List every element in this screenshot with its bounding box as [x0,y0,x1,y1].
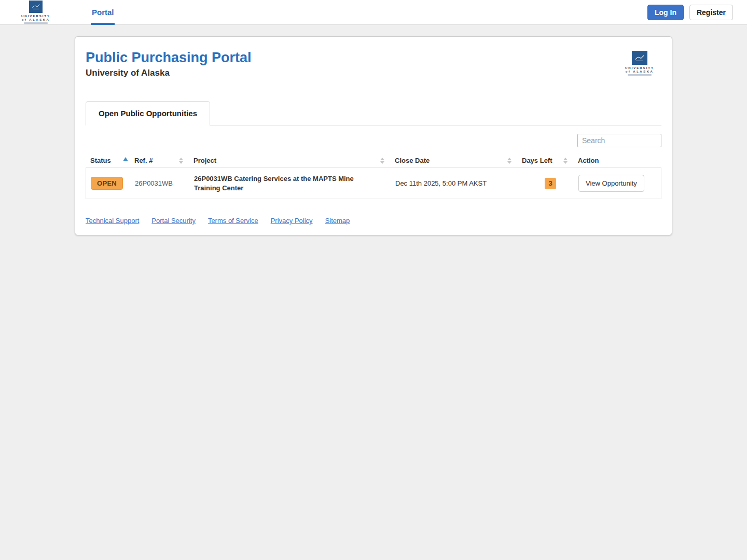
table-row: OPEN 26P0031WB 26P0031WB Catering Servic… [86,167,661,199]
tab-label: Open Public Opportunities [99,109,197,118]
table-header-row: Status Ref. # Project Close Date Days Le… [86,153,661,167]
card-university-logo: UNIVERSITY of ALASKA [625,51,654,76]
logo-text-line1: UNIVERSITY [625,66,654,69]
project-cell: 26P0031WB Catering Services at the MAPTS… [194,174,395,192]
page-title: Public Purchasing Portal [86,50,252,66]
link-technical-support[interactable]: Technical Support [86,217,139,225]
link-privacy-policy[interactable]: Privacy Policy [271,217,313,225]
ref-cell: 26P0031WB [135,179,194,187]
sort-icon [380,158,384,164]
sort-icon [563,158,568,164]
sort-icon [507,158,511,164]
logo-text-line2: of ALASKA [626,70,654,73]
card-header: Public Purchasing Portal University of A… [86,50,661,78]
column-label: Action [578,157,599,164]
footer-links: Technical Support Portal Security Terms … [86,217,661,225]
column-header-action: Action [578,153,661,167]
column-label: Status [90,157,111,164]
view-opportunity-button[interactable]: View Opportunity [578,175,644,192]
nav-item-portal[interactable]: Portal [92,0,114,25]
column-header-project[interactable]: Project [193,153,395,167]
column-label: Close Date [395,157,430,164]
top-navigation-bar: UNIVERSITY of ALASKA Portal Log In Regis… [0,0,747,25]
column-header-close-date[interactable]: Close Date [395,153,522,167]
university-logo-icon [29,1,43,13]
link-portal-security[interactable]: Portal Security [151,217,196,225]
university-logo-icon [632,51,647,65]
link-terms-of-service[interactable]: Terms of Service [208,217,258,225]
register-button[interactable]: Register [689,5,733,20]
close-date-cell: Dec 11th 2025, 5:00 PM AKST [395,179,522,187]
column-header-status[interactable]: Status [86,153,134,167]
link-sitemap[interactable]: Sitemap [325,217,350,225]
column-label: Days Left [522,157,552,164]
logo-swoosh-icon [633,52,646,64]
portal-card: Public Purchasing Portal University of A… [75,36,672,235]
column-header-ref[interactable]: Ref. # [134,153,193,167]
column-label: Ref. # [134,157,153,164]
sort-icon [179,158,183,164]
log-in-button[interactable]: Log In [647,5,684,20]
action-cell: View Opportunity [578,175,661,192]
tab-bar: Open Public Opportunities [86,101,661,125]
days-left-badge: 3 [545,178,556,189]
page-subtitle: University of Alaska [86,68,252,78]
topbar-actions: Log In Register [647,5,733,20]
days-left-cell: 3 [522,178,578,189]
search-input[interactable] [577,134,661,147]
nav-item-portal-label: Portal [92,8,114,17]
status-badge: OPEN [91,177,123,190]
search-row [86,134,661,147]
logo-text-line1: UNIVERSITY [21,15,50,18]
logo-tagline [24,22,48,24]
logo-swoosh-icon [31,2,42,11]
tab-open-public-opportunities[interactable]: Open Public Opportunities [86,101,210,125]
status-cell: OPEN [86,177,135,190]
logo-text-line2: of ALASKA [22,18,50,21]
column-header-days-left[interactable]: Days Left [522,153,578,167]
sort-ascending-active-icon [123,157,128,161]
column-label: Project [193,157,216,164]
university-of-alaska-logo[interactable]: UNIVERSITY of ALASKA [21,1,50,24]
active-nav-underline [91,23,115,25]
logo-tagline [628,74,652,76]
